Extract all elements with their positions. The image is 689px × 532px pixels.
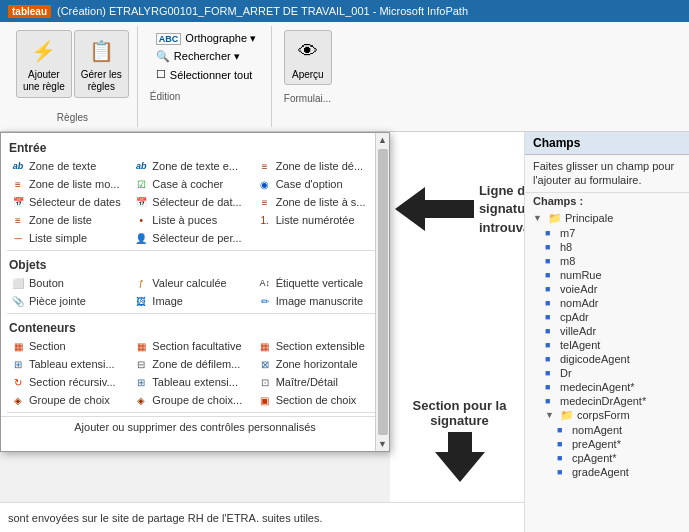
liste-puces-label: Liste à puces <box>152 214 217 226</box>
bouton-item[interactable]: ⬜ Bouton <box>5 274 128 292</box>
selecteur-dates-item[interactable]: 📅 Sélecteur de dates <box>5 193 128 211</box>
field-h8[interactable]: ■ h8 <box>525 240 689 254</box>
selecteur-per-item[interactable]: 👤 Sélecteur de per... <box>128 229 251 247</box>
field-telAgent[interactable]: ■ telAgent <box>525 338 689 352</box>
cpAgent-label: cpAgent* <box>572 452 617 464</box>
center-annotation-area: Ligne de signature introuvable Section p… <box>390 132 524 532</box>
section-fac-item[interactable]: ▦ Section facultative <box>128 337 251 355</box>
bottom-arrow-svg <box>405 432 515 482</box>
field-numRue[interactable]: ■ numRue <box>525 268 689 282</box>
scroll-down-btn[interactable]: ▼ <box>378 437 387 451</box>
ribbon-group-edition: ABC Orthographe ▾ 🔍 Rechercher ▾ ☐ Sélec… <box>142 26 272 127</box>
orthographe-button[interactable]: ABC Orthographe ▾ <box>150 30 262 47</box>
etiquette-vert-label: Étiquette verticale <box>276 277 363 289</box>
etiquette-vert-item[interactable]: A↕ Étiquette verticale <box>252 274 375 292</box>
field-cpAgent[interactable]: ■ cpAgent* <box>525 451 689 465</box>
orthographe-icon: ABC <box>156 33 182 45</box>
image-icon: 🖼 <box>134 294 148 308</box>
zone-liste-de-item[interactable]: ≡ Zone de liste dé... <box>252 157 375 175</box>
m7-icon: ■ <box>545 228 557 238</box>
liste-puces-item[interactable]: • Liste à puces <box>128 211 251 229</box>
zone-texte-icon: ab <box>11 159 25 173</box>
piece-jointe-item[interactable]: 📎 Pièce jointe <box>5 292 128 310</box>
field-Dr[interactable]: ■ Dr <box>525 366 689 380</box>
case-option-item[interactable]: ◉ Case d'option <box>252 175 375 193</box>
liste-simple-label: Liste simple <box>29 232 87 244</box>
ajouter-regle-icon: ⚡ <box>28 35 60 67</box>
liste-num-item[interactable]: 1. Liste numérotée <box>252 211 375 229</box>
section-recur-item[interactable]: ↻ Section récursiv... <box>5 373 128 391</box>
etiquette-vert-icon: A↕ <box>258 276 272 290</box>
folder-corpsForm[interactable]: ▼ 📁 corpsForm <box>525 408 689 423</box>
zone-texte-item[interactable]: ab Zone de texte <box>5 157 128 175</box>
zone-liste-s-item[interactable]: ≡ Zone de liste à s... <box>252 193 375 211</box>
zone-defilem-label: Zone de défilem... <box>152 358 240 370</box>
valeur-calc-item[interactable]: ƒ Valeur calculée <box>128 274 251 292</box>
folder-corpsForm-icon: 📁 <box>560 409 574 422</box>
field-preAgent[interactable]: ■ preAgent* <box>525 437 689 451</box>
principale-root[interactable]: ▼ 📁 Principale <box>525 211 689 226</box>
selecteur-dat-label: Sélecteur de dat... <box>152 196 241 208</box>
field-nomAdr[interactable]: ■ nomAdr <box>525 296 689 310</box>
ajouter-regle-button[interactable]: ⚡ Ajouterune règle <box>16 30 72 98</box>
rechercher-button[interactable]: 🔍 Rechercher ▾ <box>150 48 262 65</box>
apercu-button[interactable]: 👁 Aperçu <box>284 30 332 85</box>
principale-expand-icon: ▼ <box>533 213 545 223</box>
liste-simple-item[interactable]: ─ Liste simple <box>5 229 128 247</box>
zone-horiz-item[interactable]: ⊠ Zone horizontale <box>252 355 375 373</box>
field-villeAdr[interactable]: ■ villeAdr <box>525 324 689 338</box>
field-digicodeAgent[interactable]: ■ digicodeAgent <box>525 352 689 366</box>
field-medecinDrAgent[interactable]: ■ medecinDrAgent* <box>525 394 689 408</box>
champs-tree[interactable]: ▼ 📁 Principale ■ m7 ■ h8 ■ m8 ■ numRue <box>525 209 689 532</box>
case-cocher-label: Case à cocher <box>152 178 223 190</box>
bouton-label: Bouton <box>29 277 64 289</box>
case-cocher-item[interactable]: ☑ Case à cocher <box>128 175 251 193</box>
digicodeAgent-label: digicodeAgent <box>560 353 630 365</box>
status-bar: sont envoyées sur le site de partage RH … <box>0 502 524 532</box>
section-item[interactable]: ▦ Section <box>5 337 128 355</box>
image-item[interactable]: 🖼 Image <box>128 292 251 310</box>
gradeAgent-label: gradeAgent <box>572 466 629 478</box>
tableau-ext2-item[interactable]: ⊞ Tableau extensi... <box>128 373 251 391</box>
custom-controls-footer[interactable]: Ajouter ou supprimer des contrôles perso… <box>1 416 389 437</box>
section-ext-item[interactable]: ▦ Section extensible <box>252 337 375 355</box>
divider-2 <box>7 313 383 314</box>
selecteur-dates-icon: 📅 <box>11 195 25 209</box>
tableau-ext-item[interactable]: ⊞ Tableau extensi... <box>5 355 128 373</box>
corpsForm-expand-icon: ▼ <box>545 410 557 420</box>
zone-defilem-item[interactable]: ⊟ Zone de défilem... <box>128 355 251 373</box>
section-choix-item[interactable]: ▣ Section de choix <box>252 391 375 409</box>
controls-dropdown[interactable]: ▲ ▼ Entrée ab Zone de texte ab Zone de t… <box>0 132 390 452</box>
maitre-detail-item[interactable]: ⊡ Maître/Détail <box>252 373 375 391</box>
ribbon-group-formulaire: 👁 Aperçu Formulai... <box>276 26 356 127</box>
field-nomAgent[interactable]: ■ nomAgent <box>525 423 689 437</box>
field-voieAdr[interactable]: ■ voieAdr <box>525 282 689 296</box>
groupe-choix2-item[interactable]: ◈ Groupe de choix... <box>128 391 251 409</box>
groupe-choix2-icon: ◈ <box>134 393 148 407</box>
selecteur-dat-item[interactable]: 📅 Sélecteur de dat... <box>128 193 251 211</box>
zone-liste-mo-item[interactable]: ≡ Zone de liste mo... <box>5 175 128 193</box>
conteneurs-header: Conteneurs <box>1 317 389 337</box>
gerer-regles-button[interactable]: 📋 Gérer lesrègles <box>74 30 129 98</box>
image-manus-item[interactable]: ✏ Image manuscrite <box>252 292 375 310</box>
scroll-up-btn[interactable]: ▲ <box>378 133 387 147</box>
section-ext-icon: ▦ <box>258 339 272 353</box>
status-text: sont envoyées sur le site de partage RH … <box>8 512 323 524</box>
field-cpAdr[interactable]: ■ cpAdr <box>525 310 689 324</box>
nomAdr-label: nomAdr <box>560 297 599 309</box>
selectionner-tout-button[interactable]: ☐ Sélectionner tout <box>150 66 262 83</box>
title-bar: tableau (Création) ETRALYRG00101_FORM_AR… <box>0 0 689 22</box>
m8-label: m8 <box>560 255 575 267</box>
field-m7[interactable]: ■ m7 <box>525 226 689 240</box>
medecinDrAgent-icon: ■ <box>545 396 557 406</box>
rechercher-label: Rechercher ▾ <box>174 50 240 63</box>
field-gradeAgent[interactable]: ■ gradeAgent <box>525 465 689 479</box>
field-medecinAgent[interactable]: ■ medecinAgent* <box>525 380 689 394</box>
zone-texte-e-item[interactable]: ab Zone de texte e... <box>128 157 251 175</box>
zone-liste-item[interactable]: ≡ Zone de liste <box>5 211 128 229</box>
valeur-calc-label: Valeur calculée <box>152 277 226 289</box>
Dr-label: Dr <box>560 367 572 379</box>
groupe-choix-item[interactable]: ◈ Groupe de choix <box>5 391 128 409</box>
selectionner-tout-label: Sélectionner tout <box>170 69 253 81</box>
field-m8[interactable]: ■ m8 <box>525 254 689 268</box>
